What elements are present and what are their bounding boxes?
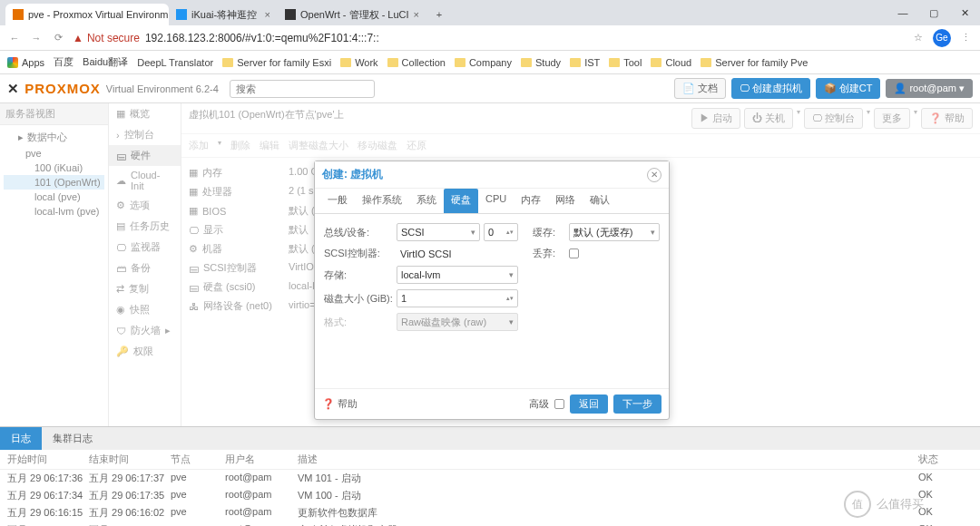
menu-summary[interactable]: ▦ 概览: [109, 103, 181, 124]
tab-title: pve - Proxmox Virtual Environme: [28, 9, 169, 20]
shutdown-button[interactable]: ⏻ 关机: [744, 108, 793, 129]
start-button[interactable]: ▶ 启动: [691, 108, 740, 129]
bus-index-stepper[interactable]: 0: [484, 223, 518, 241]
tab-network[interactable]: 网络: [548, 189, 583, 213]
folder-icon: [222, 58, 233, 67]
bookmark-folder[interactable]: Collection: [387, 57, 446, 68]
menu-permissions[interactable]: 🔑 权限: [109, 341, 181, 362]
discard-checkbox[interactable]: [569, 248, 579, 258]
help-button[interactable]: ❓ 帮助: [921, 108, 973, 129]
menu-tasks[interactable]: ▤ 任务历史: [109, 216, 181, 237]
favicon-icon: [176, 9, 187, 20]
create-vm-button[interactable]: 🖵 创建虚拟机: [731, 78, 810, 99]
tab-confirm[interactable]: 确认: [583, 189, 617, 213]
dialog-help-button[interactable]: ❓ 帮助: [322, 397, 358, 411]
url-field[interactable]: ▲ Not secure192.168.123.2:8006/#v1:0:=qe…: [73, 32, 904, 44]
tree-storage[interactable]: local-lvm (pve): [4, 204, 104, 219]
menu-hardware[interactable]: 🖴 硬件: [109, 145, 181, 166]
bookmark-item[interactable]: DeepL Translator: [137, 57, 213, 68]
tab-disk[interactable]: 硬盘: [444, 189, 478, 213]
search-input[interactable]: [230, 80, 375, 98]
move-button[interactable]: 移动磁盘: [358, 139, 397, 152]
bus-select[interactable]: SCSI: [397, 223, 480, 241]
browser-tab-0[interactable]: pve - Proxmox Virtual Environme×: [5, 4, 169, 25]
tab-os[interactable]: 操作系统: [355, 189, 409, 213]
add-button[interactable]: 添加: [189, 139, 209, 152]
bookmark-folder[interactable]: Study: [521, 57, 561, 68]
menu-cloudinit[interactable]: ☁ Cloud-Init: [109, 166, 181, 195]
menu-snapshot[interactable]: ◉ 快照: [109, 299, 181, 320]
tree-datacenter[interactable]: ▸ 数据中心: [4, 129, 104, 146]
tree-vm[interactable]: 100 (iKuai): [4, 161, 104, 175]
advanced-checkbox[interactable]: [554, 399, 564, 409]
browser-tab-2[interactable]: OpenWrt - 管理权 - LuCI×: [278, 4, 426, 25]
menu-console[interactable]: › 控制台: [109, 124, 181, 145]
tab-memory[interactable]: 内存: [514, 189, 548, 213]
bookmark-item[interactable]: Baidu翻译: [83, 55, 128, 69]
tab-title: iKuai-将神逛控: [191, 8, 257, 22]
profile-avatar[interactable]: Ge: [933, 29, 951, 47]
server-view-panel: 服务器视图 ▸ 数据中心 pve 100 (iKuai) 101 (OpenWr…: [0, 103, 109, 426]
cache-select[interactable]: 默认 (无缓存): [569, 223, 660, 241]
log-row[interactable]: 五月 29 06:17:36五月 29 06:17:37pveroot@pamV…: [0, 470, 980, 487]
bookmark-folder[interactable]: Server for family Pve: [701, 57, 808, 68]
minimize-icon[interactable]: —: [887, 0, 918, 25]
apps-icon: [7, 57, 18, 68]
bookmark-star-icon[interactable]: ☆: [911, 32, 926, 44]
menu-firewall[interactable]: 🛡 防火墙 ▸: [109, 320, 181, 341]
favicon-icon: [13, 9, 24, 20]
dialog-close-icon[interactable]: ✕: [647, 168, 662, 182]
vm-menu: ▦ 概览 › 控制台 🖴 硬件 ☁ Cloud-Init ⚙ 选项 ▤ 任务历史…: [109, 103, 181, 426]
tree-vm-selected[interactable]: 101 (OpenWrt): [4, 175, 104, 190]
bookmark-folder[interactable]: Work: [340, 57, 377, 68]
bookmark-folder[interactable]: Company: [455, 57, 512, 68]
revert-button[interactable]: 还原: [407, 139, 426, 152]
bookmark-folder[interactable]: IST: [570, 57, 600, 68]
back-button[interactable]: 返回: [570, 394, 608, 414]
forward-icon[interactable]: →: [29, 33, 44, 44]
edit-button[interactable]: 编辑: [260, 139, 279, 152]
user-menu-button[interactable]: 👤 root@pam ▾: [886, 79, 973, 98]
storage-select[interactable]: local-lvm: [397, 266, 518, 284]
log-header: 开始时间结束时间节点用户名描述状态: [0, 450, 980, 470]
size-stepper[interactable]: 1: [397, 289, 518, 307]
console-button[interactable]: 🖵 控制台: [804, 108, 863, 129]
log-row[interactable]: 五月 29 06:17:34五月 29 06:17:35pveroot@pamV…: [0, 487, 980, 504]
pve-header: ✕ PROXMOX Virtual Environment 6.2-4 📄 文档…: [0, 74, 980, 103]
remove-button[interactable]: 删除: [230, 139, 250, 152]
more-button[interactable]: 更多: [874, 108, 910, 129]
back-icon[interactable]: ←: [7, 33, 22, 44]
reload-icon[interactable]: ⟳: [51, 32, 65, 44]
next-button[interactable]: 下一步: [613, 394, 662, 414]
log-row[interactable]: 五月 29 06:15:37五月 29 06:15:37pveroot@pam启…: [0, 521, 980, 526]
menu-icon[interactable]: ⋮: [958, 32, 973, 44]
bookmark-folder[interactable]: Server for family Esxi: [222, 57, 331, 68]
menu-options[interactable]: ⚙ 选项: [109, 195, 181, 216]
bookmark-folder[interactable]: Cloud: [651, 57, 691, 68]
tab-cpu[interactable]: CPU: [478, 189, 514, 213]
close-icon[interactable]: ×: [414, 9, 419, 20]
browser-tab-1[interactable]: iKuai-将神逛控×: [169, 4, 278, 25]
log-tab-cluster[interactable]: 集群日志: [42, 427, 103, 450]
log-tab-tasks[interactable]: 日志: [0, 427, 42, 450]
apps-shortcut[interactable]: Apps: [7, 57, 44, 68]
docs-button[interactable]: 📄 文档: [674, 78, 726, 99]
maximize-icon[interactable]: ▢: [918, 0, 949, 25]
close-icon[interactable]: ×: [265, 9, 270, 20]
create-ct-button[interactable]: 📦 创建CT: [816, 78, 881, 99]
bookmark-item[interactable]: 百度: [54, 55, 74, 69]
menu-replication[interactable]: ⇄ 复制: [109, 278, 181, 299]
not-secure-badge: ▲ Not secure: [73, 32, 140, 44]
new-tab-button[interactable]: +: [430, 5, 448, 24]
close-window-icon[interactable]: ✕: [949, 0, 980, 25]
bookmark-folder[interactable]: Tool: [609, 57, 642, 68]
resize-button[interactable]: 调整磁盘大小: [289, 139, 348, 152]
tab-system[interactable]: 系统: [409, 189, 444, 213]
log-row[interactable]: 五月 29 06:16:15五月 29 06:16:02pveroot@pam更…: [0, 504, 980, 521]
menu-monitor[interactable]: 🖵 监视器: [109, 237, 181, 258]
tab-general[interactable]: 一般: [320, 189, 355, 213]
folder-icon: [701, 58, 711, 67]
tree-node[interactable]: pve: [4, 146, 104, 161]
menu-backup[interactable]: 🗃 备份: [109, 258, 181, 278]
tree-storage[interactable]: local (pve): [4, 190, 104, 204]
